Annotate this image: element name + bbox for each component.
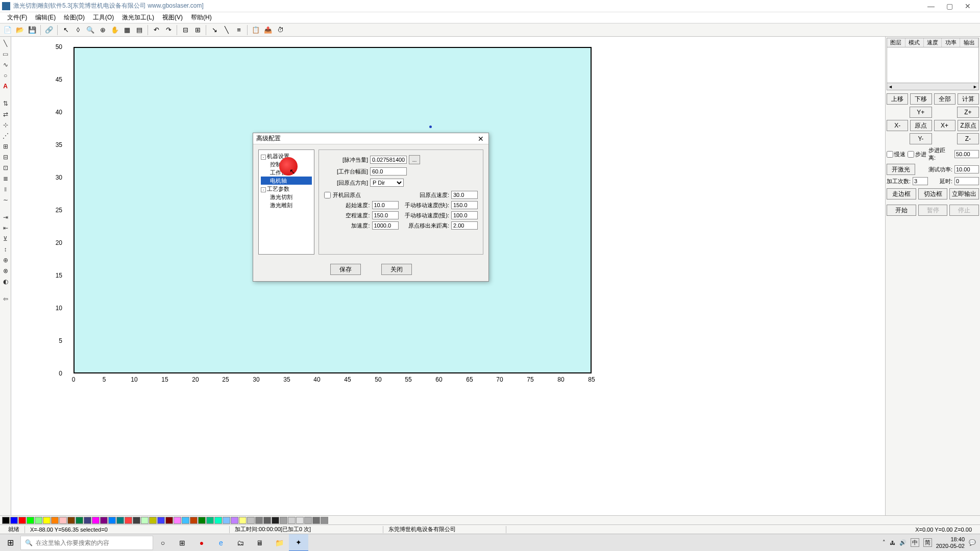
delay-input[interactable] [954,177,979,185]
color-swatch[interactable] [18,517,26,524]
slowspeed-input[interactable] [451,211,478,219]
ime-badge[interactable]: 中 [911,538,919,547]
color-swatch[interactable] [296,517,304,524]
startspeed-input[interactable] [372,201,399,209]
xminus-button[interactable]: X- [887,120,908,131]
tool-q-icon[interactable]: ◐ [1,277,10,286]
step-checkbox[interactable]: 步进 [908,151,926,158]
tool-f-icon[interactable]: ⊟ [1,153,10,162]
grid1-icon[interactable]: ▦ [121,24,133,36]
color-swatch[interactable] [157,517,165,524]
close-button[interactable]: ✕ [962,1,974,11]
tree-item[interactable]: 电机轴 [261,177,312,185]
dialog-close-icon[interactable]: ✕ [476,134,485,143]
color-swatch[interactable] [247,517,255,524]
up-button[interactable]: 上移 [887,93,908,105]
pulse-browse-button[interactable]: ... [409,155,420,164]
tool-line-icon[interactable]: ╲ [1,39,10,48]
color-swatch[interactable] [312,517,320,524]
laser-app-icon[interactable]: ✦ [289,534,308,552]
tool-c-icon[interactable]: ⊹ [1,120,10,130]
xplus-button[interactable]: X+ [934,120,955,131]
color-swatch[interactable] [27,517,34,524]
menu-help[interactable]: 帮助(H) [187,13,216,22]
notification-icon[interactable]: 💬 [969,539,976,546]
hand-icon[interactable]: ✋ [109,24,120,36]
line-icon[interactable]: ╲ [221,24,232,36]
color-swatch[interactable] [116,517,124,524]
timer-icon[interactable]: ⏱ [275,24,286,36]
all-button[interactable]: 全部 [934,93,955,105]
tray-net-icon[interactable]: 🖧 [890,540,895,546]
export-icon[interactable]: 📤 [262,24,274,36]
pause-button[interactable]: 暂停 [918,205,948,216]
color-swatch[interactable] [67,517,75,524]
select-icon[interactable]: ↖ [60,24,71,36]
color-swatch[interactable] [10,517,18,524]
offset-input[interactable] [451,221,478,230]
color-swatch[interactable] [35,517,42,524]
search-box[interactable]: 🔍 [20,536,153,550]
color-swatch[interactable] [280,517,287,524]
color-swatch[interactable] [108,517,116,524]
color-swatch[interactable] [239,517,247,524]
app1-icon[interactable]: 🗂 [231,534,250,552]
tool-curve-icon[interactable]: ∿ [1,60,10,69]
tool-n-icon[interactable]: ↕ [1,245,10,254]
edge-icon[interactable]: e [211,534,231,552]
undo-icon[interactable]: ↶ [151,24,162,36]
tool-d-icon[interactable]: ⋰ [1,131,10,140]
link-icon[interactable]: 🔗 [43,24,55,36]
tool-g-icon[interactable]: ⊡ [1,163,10,172]
walk-button[interactable]: 走边框 [887,188,916,199]
config-tree[interactable]: ↖ -机器设置 控制卡 工作台 电机轴 -工艺参数 激光切割 激光雕刻 [258,149,314,255]
color-swatch[interactable] [76,517,83,524]
clock[interactable]: 18:40 2020-05-02 [936,536,965,549]
align2-icon[interactable]: ⊞ [192,24,203,36]
layer-scroll[interactable]: ◄► [887,83,979,90]
redo-icon[interactable]: ↷ [163,24,174,36]
color-swatch[interactable] [133,517,140,524]
color-swatch[interactable] [231,517,238,524]
move-icon[interactable]: ⊕ [97,24,108,36]
color-swatch[interactable] [223,517,230,524]
stop-button[interactable]: 停止 [949,205,979,216]
yplus-button[interactable]: Y+ [910,107,932,118]
color-swatch[interactable] [59,517,67,524]
color-swatch[interactable] [206,517,214,524]
save-button[interactable]: 保存 [330,264,361,275]
homespeed-input[interactable] [451,191,478,199]
home-checkbox[interactable] [324,192,331,198]
color-swatch[interactable] [84,517,91,524]
open-icon[interactable]: 📂 [14,24,26,36]
tool-o-icon[interactable]: ⊕ [1,256,10,265]
tool-a-icon[interactable]: ⇅ [1,99,10,108]
menu-view[interactable]: 视图(V) [158,13,187,22]
tool-ellipse-icon[interactable]: ○ [1,71,10,80]
color-swatch[interactable] [149,517,157,524]
tool-rect-icon[interactable]: ▭ [1,49,10,59]
color-swatch[interactable] [100,517,108,524]
laseron-button[interactable]: 开激光 [887,164,915,175]
color-swatch[interactable] [255,517,263,524]
tray-vol-icon[interactable]: 🔊 [899,539,906,546]
cortana-icon[interactable]: ○ [153,534,173,552]
color-swatch[interactable] [174,517,181,524]
color-swatch[interactable] [165,517,173,524]
zminus-button[interactable]: Z- [957,133,979,144]
tool-m-icon[interactable]: ⊻ [1,234,10,243]
zorigin-button[interactable]: Z原点 [958,120,979,131]
app2-icon[interactable]: 🖥 [250,534,270,552]
color-swatch[interactable] [182,517,189,524]
tree-item[interactable]: 激光切割 [261,193,312,201]
output-button[interactable]: 立即输出 [949,188,979,199]
align1-icon[interactable]: ⊟ [180,24,191,36]
accel-input[interactable] [372,221,399,230]
fastspeed-input[interactable] [451,201,478,209]
tool-h-icon[interactable]: ≣ [1,174,10,183]
start-button[interactable]: ⊞ [0,534,20,552]
color-swatch[interactable] [43,517,51,524]
color-swatch[interactable] [214,517,222,524]
search-input[interactable] [36,539,149,546]
grid2-icon[interactable]: ▤ [134,24,145,36]
